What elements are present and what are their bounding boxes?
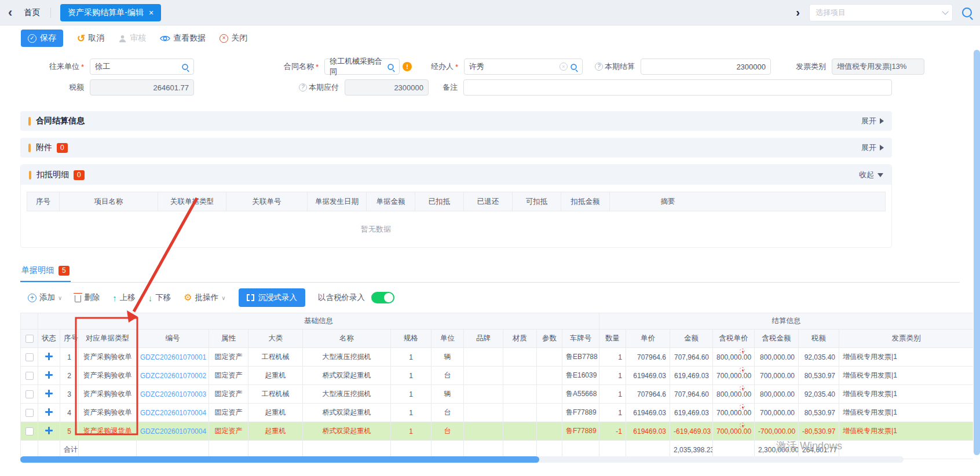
gear-icon: ⚙	[184, 293, 192, 302]
plate-cell: 鲁E16039	[562, 367, 599, 385]
project-select[interactable]: 选择项目	[809, 4, 953, 21]
document-code-link[interactable]: GDZC202601070002	[140, 372, 206, 380]
row-checkbox[interactable]	[25, 409, 34, 417]
trash-icon	[75, 295, 81, 302]
invoice-cell: 增值税专用发票|1	[839, 422, 973, 441]
row-checkbox[interactable]	[25, 390, 34, 398]
status-cell	[38, 385, 60, 404]
detail-table-row: 1资产采购验收单GDZC202601070001固定资产工程机械大型液压挖掘机1…	[21, 348, 974, 367]
search-icon[interactable]	[962, 8, 972, 17]
plate-cell: 鲁F77889	[562, 422, 599, 441]
group-header-blank	[21, 313, 38, 329]
lookup-icon[interactable]	[571, 64, 576, 69]
horizontal-scrollbar[interactable]	[20, 456, 904, 463]
document-code-link[interactable]: GDZC202601070004	[140, 427, 206, 435]
triangle-right-icon	[880, 145, 884, 151]
amount-cell: 619,469.03	[670, 367, 713, 385]
audit-button[interactable]: 审核	[118, 33, 146, 43]
detail-table-row: 3资产采购验收单GDZC202601070003固定资产工程机械大型液压挖掘机1…	[21, 385, 974, 404]
eye-icon	[160, 35, 170, 42]
insert-row-plus-icon[interactable]	[45, 427, 53, 434]
row-checkbox[interactable]	[25, 353, 34, 361]
select-all-checkbox[interactable]	[25, 335, 34, 343]
code-cell: GDZC202601070004	[137, 422, 209, 441]
insert-row-plus-icon[interactable]	[45, 353, 53, 360]
document-code-link[interactable]: GDZC202601070001	[140, 353, 206, 361]
invoice-type-input[interactable]: 增值税专用发票|13%	[832, 58, 924, 75]
tab-document-detail[interactable]: 单据明细 5	[20, 261, 71, 282]
no-cell: 3	[60, 385, 79, 404]
unit-cell: 辆	[432, 385, 464, 404]
deduction-column-header: 项目名称	[60, 192, 158, 211]
lookup-icon[interactable]	[388, 64, 394, 69]
section-deduction-detail[interactable]: 扣抵明细 0 收起	[21, 165, 891, 185]
attr-cell: 固定资产	[209, 404, 248, 422]
user-icon	[118, 34, 127, 43]
tax-cell: 80,530.97	[799, 367, 839, 385]
tab-close-icon[interactable]: ×	[149, 8, 153, 17]
amount-cell: 619,469.03	[670, 404, 713, 422]
checkbox-column-header	[21, 329, 38, 348]
section-attachments[interactable]: 附件 0 展开	[20, 138, 892, 158]
tax-price-toggle[interactable]	[371, 292, 394, 303]
view-data-button[interactable]: 查看数据	[160, 33, 206, 43]
immersive-entry-button[interactable]: 沉浸式录入	[239, 288, 306, 307]
remark-input[interactable]	[463, 79, 892, 96]
settle-input[interactable]: 2300000	[641, 58, 771, 75]
clear-icon[interactable]	[560, 63, 568, 71]
doc-type-cell: 资产采购退货单	[79, 422, 137, 441]
home-link[interactable]: 首页	[24, 8, 40, 18]
section-marker	[29, 171, 31, 180]
row-checkbox[interactable]	[25, 372, 34, 380]
collapse-toggle[interactable]: 收起	[859, 170, 883, 180]
expand-toggle[interactable]: 展开	[861, 116, 884, 126]
vertical-scrollbar[interactable]	[974, 50, 980, 455]
back-chevron-icon[interactable]: ‹	[8, 6, 12, 19]
delete-button[interactable]: 删除	[75, 292, 100, 303]
modified-marker-icon	[740, 349, 745, 354]
code-cell: GDZC202601070003	[137, 385, 209, 404]
status-cell	[38, 348, 60, 367]
group-header-settlement-info: 结算信息	[599, 313, 973, 329]
column-header: 车牌号	[562, 329, 599, 348]
document-code-link[interactable]: GDZC202601070003	[140, 390, 206, 398]
brand-cell	[464, 348, 503, 367]
empty-state: 暂无数据	[27, 211, 725, 247]
insert-row-plus-icon[interactable]	[45, 390, 53, 397]
partner-input[interactable]: 徐工	[90, 58, 194, 75]
plate-cell: 鲁F77889	[562, 404, 599, 422]
cancel-button[interactable]: ↺ 取消	[77, 33, 104, 43]
deduction-column-header: 关联单号	[226, 192, 308, 211]
section-contract-settlement-info[interactable]: 合同结算信息 展开	[20, 111, 892, 131]
deduction-column-header: 扣抵金额	[561, 192, 610, 211]
material-cell	[503, 404, 537, 422]
agent-input[interactable]: 许秀	[464, 58, 583, 75]
batch-operation-button[interactable]: ⚙ 批操作∨	[184, 292, 225, 303]
contract-label: 合同名称	[194, 61, 324, 72]
tax-price-entry-label: 以含税价录入	[318, 292, 394, 303]
code-cell: GDZC202601070002	[137, 367, 209, 385]
insert-row-plus-icon[interactable]	[45, 408, 53, 416]
tax-cell: 80,530.97	[799, 404, 839, 422]
tax-cell: 92,035.40	[799, 385, 839, 404]
document-code-link[interactable]: GDZC202601070004	[140, 409, 206, 417]
column-header: 金额	[670, 329, 713, 348]
column-header: 规格	[391, 329, 432, 348]
move-up-button[interactable]: ↑ 上移	[112, 292, 136, 303]
insert-row-plus-icon[interactable]	[45, 371, 53, 379]
column-header: 参数	[537, 329, 562, 348]
save-button[interactable]: ✓ 保存	[21, 30, 63, 47]
horizontal-scrollbar-thumb[interactable]	[20, 456, 539, 463]
expand-toggle[interactable]: 展开	[861, 142, 884, 153]
row-checkbox[interactable]	[25, 427, 34, 435]
close-button[interactable]: × 关闭	[220, 33, 247, 43]
circle-plus-icon	[28, 294, 36, 302]
param-cell	[537, 404, 562, 422]
contract-input[interactable]: 徐工机械采购合同	[324, 58, 400, 75]
add-button[interactable]: 添加∨	[28, 292, 62, 303]
remark-label: 备注	[429, 82, 463, 93]
tab-asset-settlement-edit[interactable]: 资产采购结算单-编辑 ×	[60, 4, 161, 21]
forward-chevron-icon[interactable]: ›	[796, 6, 800, 19]
lookup-icon[interactable]	[182, 64, 188, 69]
move-down-button[interactable]: ↓ 下移	[148, 292, 171, 303]
